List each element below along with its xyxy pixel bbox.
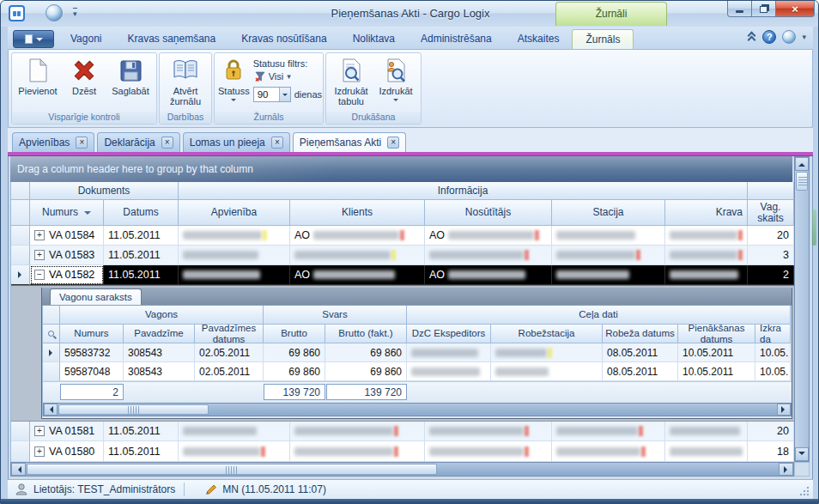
focused-cell[interactable]: −VA 01582 [30,265,104,285]
table-row-selected[interactable]: −VA 01582 11.05.2011 AO AO 2 [11,265,794,285]
doc-tab-apvienibas[interactable]: Apvienības × [12,132,94,152]
tab-administresana[interactable]: Administrēšana [408,29,505,49]
band-informacija[interactable]: Informācija [179,182,748,200]
column-header-brutto-fakt[interactable]: Brutto (fakt.) [325,325,407,343]
redacted-cell: AO [290,265,425,285]
close-tab-icon[interactable]: × [271,137,283,149]
redacted-cell [290,441,425,462]
app-menu-icon [25,34,33,44]
tab-vagoni[interactable]: Vagoni [58,29,114,49]
tab-noliktava[interactable]: Noliktava [340,29,408,49]
status-filter-label: Statusu filtrs: [253,58,322,69]
vertical-scrollbar[interactable] [794,156,810,462]
delete-button[interactable]: Dzēst [62,56,106,111]
status-separator [184,483,185,496]
column-header-datums[interactable]: Datums [104,200,179,226]
table-row[interactable]: +VA 01580 11.05.2011 18 [11,441,794,462]
tab-atskaites[interactable]: Atskaites [505,29,573,49]
combo-dropdown-button[interactable] [279,88,290,101]
doc-tab-deklaracija[interactable]: Deklarācija × [97,132,179,152]
scroll-left-button[interactable] [44,404,58,416]
chevron-down-icon [231,99,236,104]
scroll-right-button[interactable] [777,404,791,416]
column-header-numurs[interactable]: Numurs [30,200,104,226]
days-combo[interactable]: 90 [253,87,291,102]
column-header-dzc-ekspeditors[interactable]: DzC Ekspeditors [407,325,491,343]
print-table-button[interactable]: Izdrukāt tabulu [330,56,373,111]
application-menu-button[interactable] [13,30,54,48]
band-svars[interactable]: Svars [264,306,407,325]
status-user: Lietotājs: TEST_Administrātors [33,483,175,495]
doc-tab-pienemsanas-akti[interactable]: Pieņemšanas Akti × [293,132,406,152]
expand-icon[interactable]: + [34,446,45,457]
redacted-cell [552,246,665,265]
expand-icon[interactable]: + [34,250,45,260]
horizontal-scrollbar[interactable] [10,462,794,477]
status-button[interactable]: Statuss [218,56,250,111]
summary-count: 2 [60,384,124,400]
close-button[interactable]: × [776,1,815,17]
expand-icon[interactable]: + [34,230,45,240]
account-orb-icon[interactable] [782,30,796,44]
scroll-up-button[interactable] [795,157,809,171]
column-header-pienaksanas-datums[interactable]: Pienākšanas datums [678,325,755,343]
column-header-izkrausanas-datums[interactable]: Izkrada [755,325,791,343]
scroll-down-button[interactable] [795,447,809,461]
window-bottom-edge [1,499,819,504]
collapse-icon[interactable]: − [34,270,45,280]
column-header-brutto[interactable]: Brutto [264,325,325,343]
arrow-down-icon [798,452,805,458]
column-header-krava[interactable]: Krava [665,200,748,226]
column-header-nosutitajs[interactable]: Nosūtītājs [425,200,552,226]
detail-horizontal-scrollbar[interactable] [43,403,792,416]
column-header-robeza-datums[interactable]: Robeža datums [603,325,678,343]
band-vagons[interactable]: Vagons [60,306,264,325]
column-header-numurs[interactable]: Numurs [60,325,124,343]
scrollbar-thumb[interactable] [58,404,209,415]
doc-tab-lomas-un-pieeja[interactable]: Lomas un pieeja × [183,132,290,152]
save-button[interactable]: Saglabāt [108,56,153,111]
redacted-cell [491,362,603,381]
column-header-klients[interactable]: Klients [290,200,425,226]
collapse-ribbon-icon[interactable] [748,33,756,41]
column-header-robezstacija[interactable]: Robežstacija [491,325,603,343]
column-header-pavadzime[interactable]: Pavadzīme [124,325,195,343]
table-row[interactable]: +VA 01581 11.05.2011 20 [11,422,794,441]
chevron-down-icon[interactable]: ▾ [802,33,806,41]
band-dokuments[interactable]: Dokuments [30,182,179,200]
tab-kravas-nosutisana[interactable]: Kravas nosūtīšana [228,29,339,49]
table-row[interactable]: +VA 01583 11.05.2011 3 [11,246,794,265]
scroll-left-button[interactable] [11,463,26,476]
tab-kravas-sanemsana[interactable]: Kravas saņemšana [114,29,228,49]
status-filter-dropdown[interactable]: Visi ▾ [255,71,322,82]
close-tab-icon[interactable]: × [161,137,173,149]
detail-row[interactable]: 59587048 308543 02.05.2011 69 860 69 860… [43,362,791,381]
detail-tab-vagonu-saraksts[interactable]: Vagonu saraksts [50,288,142,305]
restore-button[interactable] [752,1,776,17]
help-icon[interactable]: ? [762,30,776,44]
column-header-apvieniba[interactable]: Apvienība [179,200,290,226]
minimize-button[interactable] [727,1,752,17]
print-button[interactable]: Izdrukāt [374,56,417,111]
table-row[interactable]: +VA 01584 11.05.2011 AO AO 20 [11,226,794,246]
group-by-panel[interactable]: Drag a column header here to group by th… [10,156,792,182]
scrollbar-corner [794,462,810,477]
column-header-pavadzimes-datums[interactable]: Pavadzīmes datums [195,325,264,343]
resize-grip[interactable] [799,485,810,496]
detail-row[interactable]: 59583732 308543 02.05.2011 69 860 69 860… [43,343,791,362]
band-cela-dati[interactable]: Ceļa dati [407,306,791,325]
scrollbar-thumb[interactable] [796,172,808,191]
close-tab-icon[interactable]: × [76,137,88,149]
add-button[interactable]: Pievienot [15,56,60,111]
scrollbar-thumb[interactable] [27,464,437,475]
open-journal-button[interactable]: Atvērt žurnālu [163,56,208,111]
tab-zurnals[interactable]: Žurnāls [572,29,634,49]
column-header-stacija[interactable]: Stacija [552,200,665,226]
scroll-right-button[interactable] [779,463,793,476]
column-header-vag-skaits[interactable]: Vag. skaits [748,200,794,226]
expand-icon[interactable]: + [34,426,45,436]
search-icon[interactable] [48,331,54,337]
close-tab-icon[interactable]: × [387,137,399,149]
status-edit-info: MN (11.05.2011 11:07) [222,483,326,495]
group-journal: Statuss Statusu filtrs: Visi ▾ 90 [214,52,324,124]
